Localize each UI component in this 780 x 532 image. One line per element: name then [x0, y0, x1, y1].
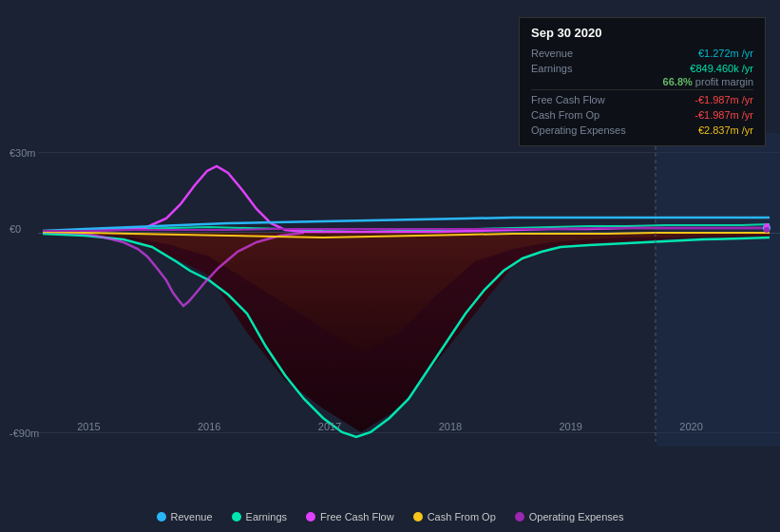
revenue-value: €1.272m /yr	[698, 48, 753, 59]
cashfromop-label: Cash From Op	[531, 109, 636, 121]
legend-item-revenue[interactable]: Revenue	[157, 511, 213, 522]
cashfromop-value: -€1.987m /yr	[694, 109, 753, 121]
legend-dot-revenue	[157, 512, 166, 522]
profit-margin-label: profit margin	[695, 76, 753, 87]
cashfromop-row: Cash From Op -€1.987m /yr	[531, 107, 753, 123]
profit-margin-value: 66.8%	[663, 76, 693, 87]
tooltip-box: Sep 30 2020 Revenue €1.272m /yr Earnings…	[519, 17, 766, 146]
x-label-2018: 2018	[439, 421, 462, 432]
x-label-2020: 2020	[679, 421, 702, 432]
divider	[531, 89, 753, 90]
legend-item-fcf[interactable]: Free Cash Flow	[306, 511, 394, 522]
revenue-label: Revenue	[531, 48, 636, 59]
profit-margin-row: 66.8% profit margin	[531, 76, 753, 87]
revenue-row: Revenue €1.272m /yr	[531, 46, 753, 61]
x-label-2016: 2016	[198, 421, 220, 432]
legend-item-opex[interactable]: Operating Expenses	[515, 511, 624, 522]
legend-label-cashfromop: Cash From Op	[428, 511, 496, 522]
fcf-label: Free Cash Flow	[531, 94, 636, 105]
svg-point-4	[764, 227, 770, 233]
legend-dot-fcf	[306, 512, 315, 522]
earnings-label: Earnings	[531, 63, 636, 74]
tooltip-title: Sep 30 2020	[531, 26, 753, 40]
legend-dot-cashfromop	[413, 512, 423, 522]
legend-label-opex: Operating Expenses	[529, 511, 624, 522]
fcf-value: -€1.987m /yr	[694, 94, 753, 105]
opex-value: €2.837m /yr	[698, 124, 753, 136]
earnings-row: Earnings €849.460k /yr	[531, 61, 753, 76]
earnings-value: €849.460k /yr	[690, 63, 753, 74]
legend-label-earnings: Earnings	[246, 511, 287, 522]
opex-label: Operating Expenses	[531, 124, 636, 136]
legend-label-revenue: Revenue	[171, 511, 213, 522]
legend-dot-opex	[515, 512, 524, 522]
opex-row: Operating Expenses €2.837m /yr	[531, 123, 753, 138]
legend-item-earnings[interactable]: Earnings	[232, 511, 287, 522]
legend-dot-earnings	[232, 512, 241, 522]
chart-legend: Revenue Earnings Free Cash Flow Cash Fro…	[0, 511, 780, 522]
legend-item-cashfromop[interactable]: Cash From Op	[413, 511, 496, 522]
x-axis-labels: 2015 2016 2017 2018 2019 2020	[0, 421, 780, 432]
legend-label-fcf: Free Cash Flow	[320, 511, 394, 522]
x-label-2019: 2019	[559, 421, 581, 432]
fcf-row: Free Cash Flow -€1.987m /yr	[531, 92, 753, 107]
x-label-2017: 2017	[318, 421, 341, 432]
x-label-2015: 2015	[77, 421, 100, 432]
